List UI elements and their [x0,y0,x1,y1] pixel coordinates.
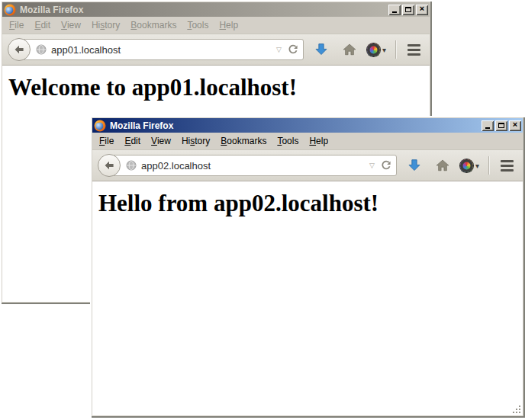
minimize-icon [392,11,397,13]
menu-history[interactable]: History [176,133,215,149]
url-input[interactable] [141,160,364,172]
maximize-button[interactable] [495,120,507,131]
menu-history[interactable]: History [86,18,125,33]
maximize-icon [498,123,504,128]
menu-help[interactable]: Help [304,133,333,149]
menu-bar: File Edit View History Bookmarks Tools H… [92,133,523,149]
firefox-logo-icon [94,120,106,132]
desktop: { "chrome": { "urlbar_dropdown_glyph": "… [0,0,525,420]
globe-icon [125,159,137,172]
colorwheel-icon [460,159,473,172]
menu-edit[interactable]: Edit [29,18,56,33]
menu-tools[interactable]: Tools [272,133,304,149]
navigation-toolbar: ▽ ▾ [2,34,430,66]
url-bar[interactable]: ▽ [18,39,304,60]
chevron-down-icon: ▾ [475,162,479,170]
menu-edit[interactable]: Edit [119,133,146,149]
open-menu-button[interactable] [403,39,424,60]
close-button[interactable]: × [509,120,521,131]
menu-bookmarks[interactable]: Bookmarks [215,133,272,149]
home-icon [436,159,449,172]
colorwheel-icon [367,43,380,56]
titlebar[interactable]: Mozilla Firefox × [92,118,523,133]
url-bar[interactable]: ▽ [108,155,397,176]
menu-bookmarks[interactable]: Bookmarks [125,18,182,33]
download-arrow-icon [407,159,421,172]
resize-grip-icon [512,405,522,415]
maximize-button[interactable] [402,5,414,15]
toolbar-separator [395,40,396,59]
hamburger-icon [501,160,514,172]
menu-help[interactable]: Help [214,18,243,33]
home-button[interactable] [339,39,360,60]
page-content: Hello from app02.localhost! [92,181,523,415]
home-icon [343,43,356,56]
back-button[interactable] [98,154,121,177]
minimize-button[interactable] [482,120,494,131]
globe-icon [35,43,47,56]
titlebar[interactable]: Mozilla Firefox × [2,2,430,17]
toolbar-separator [488,156,489,175]
menu-tools[interactable]: Tools [182,18,214,33]
back-arrow-icon [103,159,115,172]
addon-colorwheel-button[interactable]: ▾ [367,39,386,60]
firefox-logo-icon [4,4,16,16]
page-heading: Hello from app02.localhost! [98,190,517,217]
close-icon: × [420,5,424,13]
hamburger-icon [407,44,420,56]
addon-colorwheel-button[interactable]: ▾ [460,155,479,176]
reload-icon[interactable] [287,43,299,56]
minimize-icon [485,127,490,129]
url-input[interactable] [51,44,271,56]
download-arrow-icon [314,43,328,56]
close-icon: × [513,120,517,129]
menu-view[interactable]: View [56,18,86,33]
window-title: Mozilla Firefox [18,5,386,15]
menu-bar: File Edit View History Bookmarks Tools H… [2,17,430,34]
chevron-down-icon: ▾ [382,46,386,54]
reload-icon[interactable] [380,159,392,172]
menu-file[interactable]: File [4,18,29,33]
close-button[interactable]: × [416,5,428,15]
minimize-button[interactable] [388,5,401,15]
home-button[interactable] [432,155,453,176]
maximize-icon [405,7,411,12]
menu-file[interactable]: File [94,133,119,149]
navigation-toolbar: ▽ ▾ [92,149,523,181]
window-title: Mozilla Firefox [108,120,479,131]
resize-grip[interactable] [512,405,522,415]
open-menu-button[interactable] [496,155,517,176]
page-heading: Welcome to app01.localhost! [8,74,424,101]
urlbar-dropdown-icon[interactable]: ▽ [275,46,283,53]
downloads-button[interactable] [311,39,332,60]
back-button[interactable] [8,38,31,61]
menu-view[interactable]: View [146,133,176,149]
back-arrow-icon [13,43,25,56]
urlbar-dropdown-icon[interactable]: ▽ [368,162,376,169]
downloads-button[interactable] [404,155,425,176]
browser-window-app02: Mozilla Firefox × File Edit View History… [90,116,525,418]
